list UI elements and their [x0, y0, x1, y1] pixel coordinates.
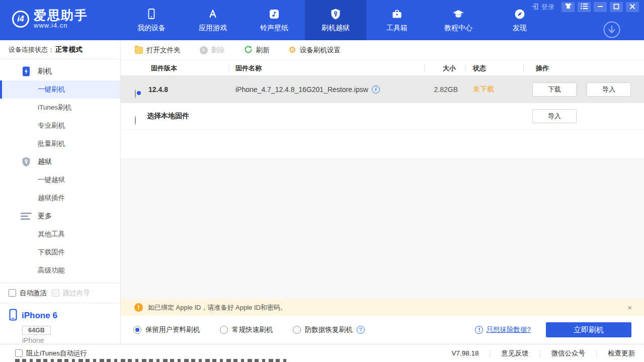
local-firmware-radio[interactable]	[135, 116, 136, 125]
column-divider	[523, 64, 524, 71]
sidebar-item-other-tools[interactable]: 其他工具	[0, 225, 120, 243]
sidebar: 设备连接状态： 正常模式 刷机 一键刷机 iTunes刷机 专业刷机 批量刷机 …	[0, 40, 121, 344]
menu-button[interactable]	[578, 2, 591, 12]
device-model: iPhone	[22, 336, 120, 344]
option-label: 防数据恢复刷机	[305, 325, 353, 334]
delete-circle-icon: ✕	[200, 46, 208, 54]
col-firmware-name: 固件名称	[235, 64, 262, 73]
import-button[interactable]: 导入	[587, 82, 631, 97]
firmware-filename: iPhone_4.7_12.4.8_16G201_Restore.ipsw	[235, 85, 368, 94]
sidebar-item-label: 批量刷机	[38, 139, 65, 148]
nav-tutorials[interactable]: 教程中心	[428, 0, 489, 40]
firmware-radio-selected[interactable]	[135, 89, 136, 99]
device-name: iPhone 6	[22, 311, 57, 321]
import-local-button[interactable]: 导入	[532, 109, 577, 123]
close-button[interactable]	[626, 2, 639, 12]
local-firmware-label: 选择本地固件	[147, 112, 189, 121]
info-icon[interactable]: i	[372, 85, 380, 94]
shirt-icon	[565, 3, 572, 12]
discover-icon	[513, 8, 526, 21]
nav-ringtones[interactable]: 铃声壁纸	[244, 0, 305, 40]
ringtone-icon	[268, 8, 281, 21]
login-button[interactable]: 登录	[531, 3, 554, 12]
maximize-button[interactable]	[610, 2, 623, 12]
column-divider	[424, 64, 425, 71]
version-label: V7.98.18	[451, 349, 478, 357]
connection-status-value: 正常模式	[55, 45, 83, 54]
appstore-icon	[206, 8, 219, 21]
logo-i4-icon: i4	[12, 11, 29, 28]
apple-id-notice: ! 如已绑定 Apple ID，请准备好 Apple ID和密码。 ×	[121, 299, 644, 316]
column-divider	[229, 64, 229, 71]
sidebar-item-download-firmware[interactable]: 下载固件	[0, 243, 120, 261]
sidebar-item-one-key-jailbreak[interactable]: 一键越狱	[0, 171, 120, 189]
sidebar-item-advanced-features[interactable]: 高级功能	[0, 261, 120, 280]
download-manager-button[interactable]	[602, 20, 621, 39]
option-anti-data-recovery[interactable]: 防数据恢复刷机 ?	[293, 325, 365, 334]
table-header: 固件版本 固件名称 大小 状态 操作	[121, 60, 644, 75]
sidebar-item-jailbreak-plugins[interactable]: 越狱插件	[0, 189, 120, 207]
block-itunes-checkbox[interactable]: 阻止iTunes自动运行	[15, 349, 87, 358]
app-header: i4 爱思助手 www.i4.cn 我的设备 应用游戏 铃声壁纸	[0, 0, 644, 40]
option-normal-fast-flash[interactable]: 常规快速刷机	[220, 325, 273, 334]
flash-now-button[interactable]: 立即刷机	[546, 322, 631, 337]
nav-label: 铃声壁纸	[260, 24, 288, 33]
erase-data-link[interactable]: ! 只想抹除数据?	[475, 325, 531, 334]
nav-label: 我的设备	[137, 24, 166, 33]
sidebar-item-label: 一键刷机	[38, 85, 65, 94]
feedback-link[interactable]: 意见反馈	[502, 349, 529, 358]
footer-divider	[540, 350, 540, 357]
sidebar-item-label: 下载固件	[38, 248, 65, 257]
notice-close-icon[interactable]: ×	[627, 303, 632, 312]
gear-icon: ⚙	[289, 46, 296, 54]
sidebar-item-itunes-flash[interactable]: iTunes刷机	[0, 99, 120, 117]
nav-label: 刷机越狱	[321, 24, 350, 33]
sidebar-item-one-key-flash[interactable]: 一键刷机	[0, 80, 120, 99]
device-flash-settings-button[interactable]: ⚙ 设备刷机设置	[289, 46, 341, 55]
firmware-status-badge: 未下载	[473, 85, 494, 94]
main-nav: 我的设备 应用游戏 铃声壁纸 刷机越狱 工具箱	[121, 0, 550, 40]
footer-divider	[490, 350, 491, 357]
option-label: 常规快速刷机	[232, 325, 273, 334]
nav-label: 应用游戏	[199, 24, 227, 33]
theme-skin-button[interactable]	[561, 2, 575, 12]
download-circle-icon	[602, 32, 621, 41]
radio-icon	[220, 326, 228, 334]
wechat-link[interactable]: 微信公众号	[551, 349, 586, 358]
nav-toolbox[interactable]: 工具箱	[366, 0, 428, 40]
option-label: 保留用户资料刷机	[145, 325, 200, 334]
help-icon[interactable]: ?	[357, 326, 365, 334]
firmware-version: 12.4.8	[148, 85, 168, 94]
col-size: 大小	[443, 64, 456, 73]
sidebar-group-label: 越狱	[38, 157, 52, 166]
option-keep-user-data[interactable]: 保留用户资料刷机	[133, 325, 200, 334]
col-firmware-version: 固件版本	[151, 64, 177, 73]
main-panel: 打开文件夹 ✕ 删除 刷新 ⚙ 设备刷机设置 固件版本 固件名称 大小 状态 操…	[121, 40, 644, 344]
sidebar-group-label: 更多	[38, 212, 52, 221]
sidebar-group-jailbreak[interactable]: 越狱	[0, 153, 120, 171]
toolbox-icon	[390, 8, 404, 21]
sidebar-group-label: 刷机	[38, 67, 52, 76]
refresh-button[interactable]: 刷新	[244, 45, 270, 55]
connection-status-label: 设备连接状态：	[9, 45, 54, 54]
footer-divider	[596, 350, 597, 357]
auto-activate-checkbox[interactable]: 自动激活	[9, 289, 47, 298]
checkbox-icon	[15, 349, 23, 357]
download-button[interactable]: 下载	[532, 82, 577, 97]
folder-icon	[135, 47, 143, 54]
check-update-link[interactable]: 检查更新	[608, 349, 635, 358]
sidebar-group-more[interactable]: 更多	[0, 207, 120, 225]
nav-flash-jailbreak[interactable]: 刷机越狱	[305, 0, 366, 40]
sidebar-item-pro-flash[interactable]: 专业刷机	[0, 117, 120, 135]
sidebar-item-label: iTunes刷机	[38, 103, 71, 112]
auto-activate-label: 自动激活	[20, 289, 47, 298]
list-menu-icon	[581, 3, 588, 12]
open-folder-button[interactable]: 打开文件夹	[135, 46, 181, 55]
sidebar-item-batch-flash[interactable]: 批量刷机	[0, 135, 120, 153]
nav-my-device[interactable]: 我的设备	[121, 0, 182, 40]
delete-label: 删除	[211, 46, 225, 55]
skip-setup-label: 跳过向导	[63, 289, 90, 298]
minimize-button[interactable]	[594, 2, 607, 12]
nav-apps-games[interactable]: 应用游戏	[182, 0, 244, 40]
sidebar-group-flash[interactable]: 刷机	[0, 62, 120, 80]
